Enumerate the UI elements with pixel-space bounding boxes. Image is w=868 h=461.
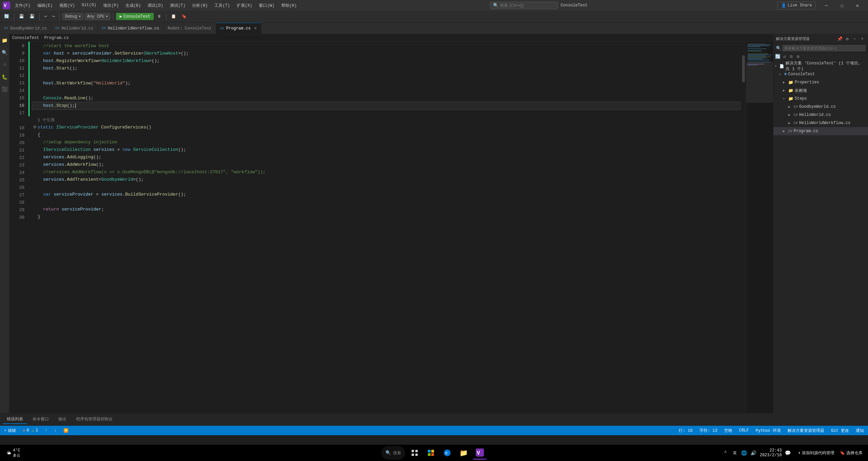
tab-program[interactable]: C# Program.cs × xyxy=(216,23,261,34)
status-notify[interactable]: 通知 xyxy=(854,427,865,434)
toolbar-undo[interactable]: ↩ xyxy=(42,13,49,20)
status-git-changes[interactable]: Git 更改 xyxy=(830,427,850,434)
select-repo[interactable]: 🔖 选择仓库 xyxy=(838,449,864,457)
panel-tab-output[interactable]: 输出 xyxy=(54,415,71,424)
tab-close-icon[interactable]: × xyxy=(254,26,257,31)
add-to-source-control[interactable]: ⬆ 添加到源代码管理 xyxy=(797,449,836,457)
menu-view[interactable]: 视图(V) xyxy=(56,1,78,10)
notifications-icon[interactable]: 💬 xyxy=(785,449,791,456)
menu-edit[interactable]: 编辑(E) xyxy=(34,1,56,10)
toolbar-extra1[interactable]: 📋 xyxy=(169,13,178,20)
run-button[interactable]: ▶ ConsoleTest xyxy=(116,13,153,20)
tab-nuget[interactable]: NuGet: ConsoleTest xyxy=(164,23,216,34)
editor-container[interactable]: 8 9 10 11 12 13 14 15 16 17 18 19 20 xyxy=(10,42,746,413)
activity-search[interactable]: 🔍 xyxy=(1,48,9,57)
tree-program[interactable]: ▶ C# Program.cs xyxy=(773,127,868,135)
maximize-button[interactable]: ☐ xyxy=(834,0,850,11)
taskbar-taskview[interactable] xyxy=(408,446,421,460)
explorer-refresh-icon[interactable]: ↺ xyxy=(781,54,788,60)
vertical-scrollbar[interactable] xyxy=(741,42,746,413)
toolbar-extra2[interactable]: 🔖 xyxy=(180,13,189,20)
tab-goodbyeworld[interactable]: C# GoodbyeWorld.cs xyxy=(0,23,51,34)
status-spaces[interactable]: 空格 xyxy=(723,427,734,434)
global-search-box[interactable]: 🔍 xyxy=(490,2,558,9)
live-share-button[interactable]: 👤 Live Share xyxy=(777,2,816,9)
menu-file[interactable]: 文件(F) xyxy=(12,1,34,10)
tray-network[interactable]: 🌐 xyxy=(741,449,748,456)
panel-settings-icon[interactable]: ⚙ xyxy=(844,36,850,42)
panel-tab-errors[interactable]: 错误列表 xyxy=(3,415,27,424)
explorer-filter-icon[interactable]: ⚙ xyxy=(795,54,801,60)
toolbar-save[interactable]: 💾 xyxy=(17,13,26,20)
debug-config-dropdown[interactable]: Debug ▾ xyxy=(62,13,83,20)
status-solution-explorer[interactable]: 解决方案资源管理器 xyxy=(786,427,826,434)
taskbar-search[interactable]: 🔍 搜索 xyxy=(381,446,405,460)
tree-helloworld[interactable]: ▶ C# HelloWorld.cs xyxy=(773,111,868,119)
explorer-sync-icon[interactable]: 🔄 xyxy=(775,54,781,60)
taskbar-edge[interactable]: e xyxy=(440,446,454,460)
status-nav-down[interactable]: ↓ xyxy=(53,427,58,434)
tab-helloworldworkflow[interactable]: C# HelloWorldWorkflow.cs xyxy=(98,23,164,34)
toolbar-redo[interactable]: ↪ xyxy=(50,13,57,20)
clock[interactable]: 22:43 2023/2/10 xyxy=(760,448,782,458)
toolbar-new[interactable]: 🔄 xyxy=(2,13,11,20)
menu-test[interactable]: 测试(T) xyxy=(167,1,189,10)
menu-tools[interactable]: 工具(T) xyxy=(211,1,233,10)
activity-debug[interactable]: 🐛 xyxy=(1,73,9,81)
tree-dependencies[interactable]: ▶ 📁 依赖项 xyxy=(773,86,868,95)
tab-helloworld[interactable]: C# HelloWorld.cs xyxy=(51,23,98,34)
tree-steps[interactable]: ▾ 📁 Steps xyxy=(773,95,868,103)
menu-debug[interactable]: 调试(D) xyxy=(144,1,167,10)
scrollbar-thumb[interactable] xyxy=(742,55,745,82)
solution-explorer-search-input[interactable] xyxy=(782,45,865,51)
minimap[interactable] xyxy=(746,42,773,413)
status-filter[interactable]: 🔽 xyxy=(62,427,70,434)
tray-up-arrow[interactable]: ^ xyxy=(722,449,729,456)
status-errors[interactable]: ⊗ 0 ⚠ 1 xyxy=(21,427,39,434)
status-col[interactable]: 字符: 13 xyxy=(698,427,719,434)
pause-button[interactable]: ⏸ xyxy=(155,13,163,20)
play-icon: ▶ xyxy=(119,14,122,19)
status-line[interactable]: 行: 16 xyxy=(677,427,694,434)
global-search-input[interactable] xyxy=(500,3,551,8)
minimize-button[interactable]: — xyxy=(818,0,834,11)
start-button[interactable] xyxy=(424,446,438,460)
breadcrumb-project[interactable]: ConsoleTest xyxy=(12,36,39,40)
tray-keyboard[interactable]: 英 xyxy=(732,446,738,460)
tree-solution[interactable]: ▾ 📄 解决方案 'ConsoleTest' (1 个项目, 共 1 个) xyxy=(773,62,868,70)
menu-analyze[interactable]: 分析(N) xyxy=(189,1,211,10)
status-ready[interactable]: ⚡ 就绪 xyxy=(3,427,17,434)
menu-help[interactable]: 帮助(H) xyxy=(278,1,300,10)
status-python-env[interactable]: Python 环境 xyxy=(754,427,782,434)
activity-explorer[interactable]: 📁 xyxy=(1,36,9,44)
collapse-icon[interactable]: ⊟ xyxy=(34,124,36,131)
menu-extensions[interactable]: 扩展(X) xyxy=(233,1,256,10)
toolbar-save-all[interactable]: 💾 xyxy=(27,13,37,20)
code-editor[interactable]: //start the workflow host var host = ser… xyxy=(30,42,741,413)
menu-git[interactable]: Git(G) xyxy=(78,1,100,10)
tray-volume[interactable]: 🔊 xyxy=(750,449,757,456)
activity-git[interactable]: ⑃ xyxy=(1,61,9,69)
menu-build[interactable]: 生成(B) xyxy=(122,1,145,10)
menu-window[interactable]: 窗口(W) xyxy=(256,1,278,10)
status-encoding[interactable]: CRLF xyxy=(738,427,750,434)
panel-collapse-icon[interactable]: — xyxy=(852,36,858,42)
tree-properties[interactable]: ▶ 📁 Properties xyxy=(773,78,868,86)
menu-project[interactable]: 项目(P) xyxy=(100,1,122,10)
panel-close-icon[interactable]: × xyxy=(859,36,865,42)
tree-goodbyeworld[interactable]: ▶ C# GoodbyeWorld.cs xyxy=(773,103,868,111)
explorer-collapse-all-icon[interactable]: ⊟ xyxy=(788,54,794,60)
panel-tab-command[interactable]: 命令窗口 xyxy=(29,415,53,424)
pin-icon[interactable]: 📌 xyxy=(837,36,843,42)
weather-widget[interactable]: 🌥 4°C 多云 xyxy=(4,447,23,459)
editor-scroll-area[interactable]: 8 9 10 11 12 13 14 15 16 17 18 19 20 xyxy=(10,42,746,413)
activity-extensions[interactable]: ⬛ xyxy=(1,85,9,93)
tree-helloworldworkflow[interactable]: ▶ C# HelloWorldWorkflow.cs xyxy=(773,119,868,127)
panel-tab-package-manager[interactable]: 程序包管理器控制台 xyxy=(72,415,117,424)
taskbar-vs[interactable]: V xyxy=(473,446,487,460)
status-nav-up[interactable]: ↑ xyxy=(43,427,49,434)
breadcrumb-file[interactable]: Program.cs xyxy=(44,36,69,40)
close-button[interactable]: ✕ xyxy=(850,0,865,11)
platform-dropdown[interactable]: Any CPU ▾ xyxy=(85,13,111,20)
taskbar-explorer[interactable]: 📁 xyxy=(457,446,470,460)
